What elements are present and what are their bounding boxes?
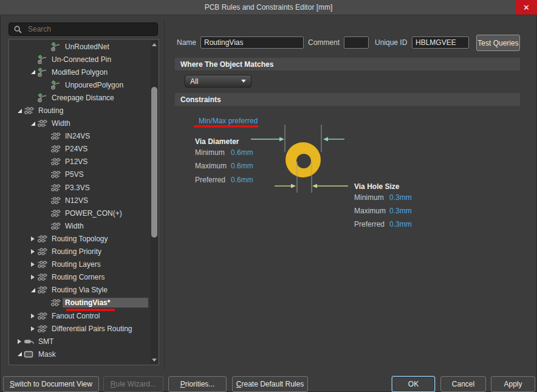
tree-item-in24vs[interactable]: IN24VS bbox=[9, 130, 151, 143]
rule-rule-icon bbox=[50, 42, 63, 52]
expand-arrow-icon[interactable] bbox=[29, 235, 37, 243]
tree-item-label: Differential Pairs Routing bbox=[49, 324, 135, 334]
annotation-underline bbox=[66, 309, 115, 311]
tree-item-routing-corners[interactable]: Routing Corners bbox=[9, 271, 151, 284]
tree-item-routing[interactable]: Routing bbox=[9, 104, 151, 117]
arrow-spacer bbox=[42, 222, 50, 230]
ok-button[interactable]: OK bbox=[392, 376, 435, 392]
net-rule-icon bbox=[50, 222, 63, 230]
tree-item-smt[interactable]: SMT bbox=[9, 335, 151, 348]
scroll-down-icon[interactable] bbox=[151, 356, 158, 364]
tree-item-modified-polygon[interactable]: Modified Polygon bbox=[9, 66, 151, 78]
tree-item-n12vs[interactable]: N12VS bbox=[9, 194, 151, 207]
tree-item-routing-topology[interactable]: Routing Topology bbox=[9, 232, 151, 245]
constraints-header: Constraints bbox=[175, 93, 520, 106]
tree-item-creepage-distance[interactable]: Creepage Distance bbox=[9, 91, 151, 104]
tree-item-unpouredpolygon[interactable]: UnpouredPolygon bbox=[9, 78, 151, 91]
tree-item-routingvias-[interactable]: RoutingVias* bbox=[9, 297, 151, 309]
name-input[interactable] bbox=[200, 36, 304, 49]
via-hole-preferred-label: Preferred bbox=[354, 220, 385, 229]
unique-id-input[interactable] bbox=[412, 36, 469, 49]
chevron-down-icon bbox=[241, 80, 246, 83]
tree-item-label: Routing Topology bbox=[49, 234, 111, 244]
net-rule-icon bbox=[37, 286, 49, 294]
tree-item-mask[interactable]: Mask bbox=[9, 348, 151, 360]
collapse-arrow-icon[interactable] bbox=[29, 119, 37, 128]
via-diameter-preferred-label: Preferred bbox=[195, 176, 225, 184]
net-rule-icon bbox=[37, 312, 49, 320]
tree-item-label: Width bbox=[63, 221, 86, 231]
apply-button[interactable]: Apply bbox=[491, 376, 535, 392]
tree-scrollbar[interactable] bbox=[151, 40, 158, 364]
cancel-button[interactable]: Cancel bbox=[440, 376, 486, 392]
tree-item-width[interactable]: Width bbox=[9, 219, 151, 232]
smt-rule-icon bbox=[24, 338, 36, 345]
expand-arrow-icon[interactable] bbox=[29, 260, 37, 269]
scope-dropdown[interactable]: All bbox=[185, 75, 251, 88]
tree-item-power-con-[interactable]: POWER_CON(+) bbox=[9, 207, 151, 219]
via-hole-maximum-label: Maximum bbox=[354, 207, 386, 215]
cancel-label: Cancel bbox=[452, 380, 474, 388]
collapse-arrow-icon[interactable] bbox=[29, 286, 37, 294]
arrow-spacer bbox=[29, 55, 37, 64]
scroll-up-icon[interactable] bbox=[151, 40, 158, 49]
window-title: PCB Rules and Constraints Editor [mm] bbox=[205, 3, 333, 12]
arrow-spacer bbox=[42, 145, 50, 153]
test-queries-button[interactable]: Test Queries bbox=[476, 35, 520, 51]
tree-item-unroutednet[interactable]: UnRoutedNet bbox=[9, 40, 151, 53]
collapse-arrow-icon[interactable] bbox=[29, 68, 37, 77]
tree-item-differential-pairs-routing[interactable]: Differential Pairs Routing bbox=[9, 322, 151, 335]
tree-item-label: Routing Layers bbox=[49, 260, 103, 269]
net-rule-icon bbox=[50, 132, 63, 140]
scrollbar-thumb[interactable] bbox=[151, 87, 157, 238]
tree-item-label: IN24VS bbox=[63, 131, 92, 141]
arrow-spacer bbox=[29, 94, 37, 102]
create-default-rules-label: Create Default Rules bbox=[236, 380, 304, 388]
switch-to-document-view-button[interactable]: Switch to Document View bbox=[3, 376, 99, 392]
tree-item-routing-via-style[interactable]: Routing Via Style bbox=[9, 284, 151, 297]
net-rule-icon bbox=[50, 184, 63, 192]
priorities-button[interactable]: Priorities... bbox=[168, 376, 227, 392]
rule-rule-icon bbox=[50, 80, 63, 90]
search-box[interactable] bbox=[9, 22, 158, 36]
net-rule-icon bbox=[37, 119, 49, 128]
tree-item-p5vs[interactable]: P5VS bbox=[9, 168, 151, 181]
tree-item-p24vs[interactable]: P24VS bbox=[9, 143, 151, 156]
tree-item-fanout-control[interactable]: Fanout Control bbox=[9, 309, 151, 322]
expand-arrow-icon[interactable] bbox=[29, 312, 37, 320]
tree-item-label: Fanout Control bbox=[49, 311, 102, 321]
expand-arrow-icon[interactable] bbox=[29, 325, 37, 333]
tree-item-label: Mask bbox=[36, 349, 58, 359]
rule-rule-icon bbox=[37, 67, 49, 77]
collapse-arrow-icon[interactable] bbox=[15, 350, 24, 359]
tree-item-routing-priority[interactable]: Routing Priority bbox=[9, 246, 151, 258]
tree-item-label: Creepage Distance bbox=[49, 93, 117, 103]
collapse-arrow-icon[interactable] bbox=[15, 106, 24, 115]
create-default-rules-button[interactable]: Create Default Rules bbox=[232, 376, 308, 392]
tree-item-routing-layers[interactable]: Routing Layers bbox=[9, 258, 151, 271]
tree-item-width[interactable]: Width bbox=[9, 117, 151, 130]
name-label: Name bbox=[177, 38, 196, 47]
tree-item-un-connected-pin[interactable]: Un-Connected Pin bbox=[9, 53, 151, 66]
mask-rule-icon bbox=[24, 351, 36, 358]
via-hole bbox=[296, 154, 311, 168]
via-hole-maximum-value[interactable]: 0.3mm bbox=[389, 207, 412, 215]
rule-wizard-button[interactable]: Rule Wizard... bbox=[103, 376, 163, 392]
apply-label: Apply bbox=[504, 380, 522, 388]
tree-item-p3-3vs[interactable]: P3.3VS bbox=[9, 181, 151, 194]
search-input[interactable] bbox=[27, 24, 152, 34]
close-button[interactable]: ✕ bbox=[516, 0, 537, 15]
comment-input[interactable] bbox=[344, 36, 369, 49]
via-diagram bbox=[243, 119, 419, 201]
arrow-spacer bbox=[42, 184, 50, 192]
arrow-spacer bbox=[42, 132, 50, 140]
via-hole-preferred-value[interactable]: 0.3mm bbox=[389, 220, 412, 229]
tree-item-p12vs[interactable]: P12VS bbox=[9, 156, 151, 168]
expand-arrow-icon[interactable] bbox=[15, 337, 24, 346]
net-rule-icon bbox=[37, 273, 49, 281]
net-rule-icon bbox=[50, 209, 63, 218]
expand-arrow-icon[interactable] bbox=[29, 247, 37, 256]
tree-item-label: P12VS bbox=[63, 157, 90, 167]
rule-rule-icon bbox=[37, 55, 49, 64]
expand-arrow-icon[interactable] bbox=[29, 273, 37, 281]
